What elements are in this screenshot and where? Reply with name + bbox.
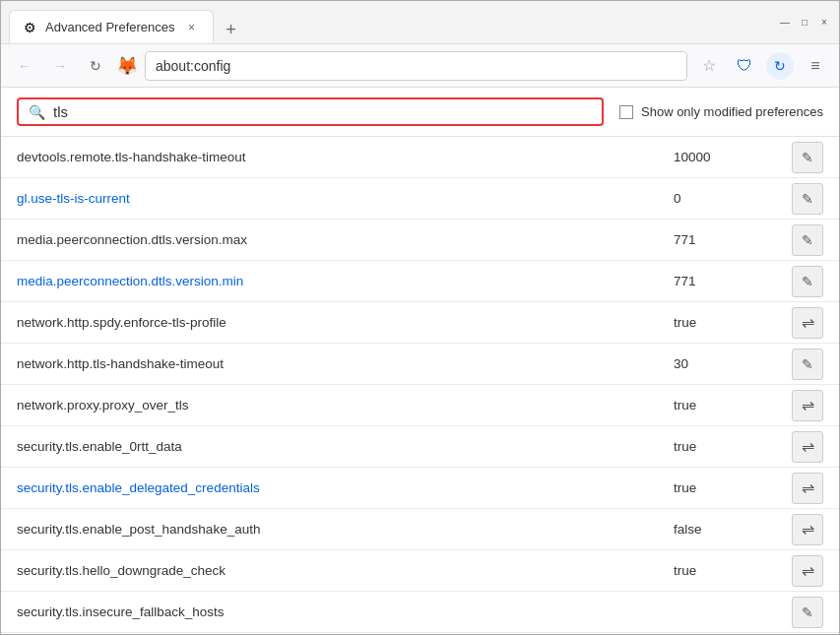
preference-value: 0 (674, 191, 792, 206)
preference-value: false (674, 522, 792, 537)
search-bar: 🔍 Show only modified preferences (1, 88, 839, 137)
table-row: security.tls.hello_downgrade_checktrue⇌ (1, 550, 839, 592)
preference-value: true (674, 315, 792, 330)
preference-value: 10000 (674, 150, 792, 164)
table-row: network.http.tls-handshake-timeout30✎ (1, 344, 839, 385)
toggle-preference-button[interactable]: ⇌ (792, 390, 823, 421)
toggle-preference-button[interactable]: ⇌ (792, 431, 823, 463)
edit-preference-button[interactable]: ✎ (792, 142, 823, 173)
preference-value: true (674, 398, 792, 413)
search-input[interactable] (53, 103, 592, 120)
toggle-preference-button[interactable]: ⇌ (792, 514, 823, 545)
new-tab-button[interactable]: + (218, 16, 245, 43)
preference-value: 30 (674, 356, 792, 371)
preferences-list: devtools.remote.tls-handshake-timeout100… (1, 137, 839, 634)
titlebar: ⚙ Advanced Preferences × + — □ × (1, 1, 839, 44)
preference-value: true (674, 480, 792, 495)
navbar: ← → ↻ 🦊 about:config ☆ 🛡 ↻ ≡ (1, 44, 839, 88)
tab-close-button[interactable]: × (183, 19, 201, 36)
window-close-button[interactable]: × (817, 16, 831, 30)
toggle-preference-button[interactable]: ⇌ (792, 473, 823, 504)
minimize-button[interactable]: — (778, 16, 792, 30)
forward-button[interactable]: → (46, 52, 74, 80)
maximize-button[interactable]: □ (798, 16, 811, 30)
modified-checkbox[interactable] (619, 105, 633, 119)
address-bar[interactable]: about:config (145, 51, 687, 81)
table-row: security.tls.enable_delegated_credential… (1, 468, 839, 509)
toggle-preference-button[interactable]: ⇌ (792, 555, 823, 587)
menu-button[interactable]: ≡ (802, 52, 829, 80)
preference-value: true (674, 563, 792, 578)
table-row: gl.use-tls-is-current0✎ (1, 178, 839, 220)
preference-name[interactable]: devtools.remote.tls-handshake-timeout (17, 150, 674, 164)
table-row: security.tls.enable_0rtt_datatrue⇌ (1, 426, 839, 468)
preference-name[interactable]: media.peerconnection.dtls.version.min (17, 274, 674, 288)
refresh-button[interactable]: ↻ (82, 52, 109, 80)
browser-window: ⚙ Advanced Preferences × + — □ × ← → ↻ 🦊… (0, 0, 840, 635)
preference-value: true (674, 439, 792, 454)
tab-favicon-icon: ⚙ (22, 20, 37, 35)
preference-name[interactable]: security.tls.hello_downgrade_check (17, 563, 674, 578)
table-row: security.tls.enable_post_handshake_authf… (1, 509, 839, 550)
tab-area: ⚙ Advanced Preferences × + (9, 1, 778, 43)
table-row: media.peerconnection.dtls.version.min771… (1, 261, 839, 302)
window-controls: — □ × (778, 16, 831, 30)
preference-name[interactable]: network.proxy.proxy_over_tls (17, 398, 674, 413)
active-tab[interactable]: ⚙ Advanced Preferences × (9, 10, 214, 43)
back-button[interactable]: ← (11, 52, 38, 80)
firefox-logo-icon: 🦊 (117, 56, 137, 76)
edit-preference-button[interactable]: ✎ (792, 349, 823, 380)
search-icon: 🔍 (29, 104, 45, 120)
table-row: security.tls.insecure_fallback_hosts✎ (1, 592, 839, 633)
tab-title: Advanced Preferences (45, 20, 175, 34)
preference-value: 771 (674, 232, 792, 247)
preference-name[interactable]: network.http.tls-handshake-timeout (17, 356, 674, 371)
toggle-preference-button[interactable]: ⇌ (792, 307, 823, 339)
table-row: media.peerconnection.dtls.version.max771… (1, 220, 839, 261)
edit-preference-button[interactable]: ✎ (792, 183, 823, 215)
preference-name[interactable]: network.http.spdy.enforce-tls-profile (17, 315, 674, 330)
table-row: network.proxy.proxy_over_tlstrue⇌ (1, 385, 839, 426)
modified-label[interactable]: Show only modified preferences (641, 104, 823, 119)
modified-preferences-filter: Show only modified preferences (619, 104, 823, 119)
sync-button[interactable]: ↻ (766, 52, 794, 80)
preference-name[interactable]: security.tls.enable_post_handshake_auth (17, 522, 674, 537)
shield-icon[interactable]: 🛡 (731, 52, 758, 80)
table-row: network.http.spdy.enforce-tls-profiletru… (1, 302, 839, 344)
preference-name[interactable]: media.peerconnection.dtls.version.max (17, 232, 674, 247)
bookmark-star-icon[interactable]: ☆ (695, 52, 723, 80)
search-input-wrapper: 🔍 (17, 97, 604, 126)
table-row: devtools.remote.tls-handshake-timeout100… (1, 137, 839, 178)
edit-preference-button[interactable]: ✎ (792, 224, 823, 256)
preference-name[interactable]: security.tls.enable_0rtt_data (17, 439, 674, 454)
edit-preference-button[interactable]: ✎ (792, 597, 823, 628)
preference-name[interactable]: security.tls.insecure_fallback_hosts (17, 604, 674, 619)
preference-name[interactable]: security.tls.enable_delegated_credential… (17, 480, 674, 495)
preference-name[interactable]: gl.use-tls-is-current (17, 191, 674, 206)
preference-value: 771 (674, 274, 792, 288)
edit-preference-button[interactable]: ✎ (792, 266, 823, 297)
content-area: 🔍 Show only modified preferences devtool… (1, 88, 839, 634)
